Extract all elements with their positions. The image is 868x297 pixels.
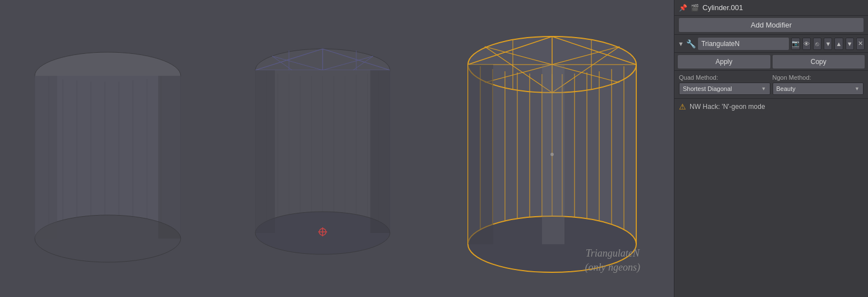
ngon-method-value: Beauty	[777, 85, 796, 92]
cylinder-plain	[26, 31, 189, 267]
add-modifier-row: Add Modifier	[674, 16, 868, 35]
modifier-name-input[interactable]	[698, 38, 789, 50]
quad-method-dropdown[interactable]: Shortest Diagonal ▼	[679, 83, 770, 95]
warning-row: ⚠ NW Hack: 'N'-geon mode	[674, 99, 868, 115]
svg-rect-15	[158, 76, 181, 239]
annotation-text: TriangulateN(only ngeons)	[585, 246, 640, 275]
svg-rect-75	[468, 65, 493, 244]
ngon-method-label: Ngon Method:	[773, 74, 864, 81]
quad-method-label: Quad Method:	[679, 74, 770, 81]
svg-rect-42	[255, 70, 275, 233]
cylinder-triangulated	[241, 31, 404, 267]
move-up-button[interactable]: ▲	[834, 38, 843, 50]
quad-method-value: Shortest Diagonal	[683, 85, 732, 92]
modifier-expand-arrow[interactable]: ▼	[678, 40, 684, 47]
properties-panel: 📌 🎬 Cylinder.001 Add Modifier ▼ 🔧 📷 👁 ⎋ …	[674, 0, 868, 297]
method-row: Quad Method: Ngon Method: Shortest Diago…	[674, 71, 868, 99]
modifier-row: ▼ 🔧 📷 👁 ⎋ ▼ ▲ ▼ ✕	[674, 35, 868, 53]
apply-button[interactable]: Apply	[678, 55, 770, 68]
ngon-method-dropdown[interactable]: Beauty ▼	[773, 83, 864, 95]
copy-button[interactable]: Copy	[773, 55, 865, 68]
warning-text: NW Hack: 'N'-geon mode	[690, 103, 765, 111]
render-icon[interactable]: 🎬	[691, 4, 699, 12]
viewport[interactable]: TriangulateN(only ngeons)	[0, 0, 674, 297]
svg-rect-14	[35, 76, 57, 239]
wrench-icon: 🔧	[686, 39, 696, 48]
pin-icon[interactable]: 📌	[679, 4, 687, 12]
panel-header: 📌 🎬 Cylinder.001	[674, 0, 868, 16]
panel-title: Cylinder.001	[702, 3, 864, 12]
move-down-button[interactable]: ▼	[846, 38, 854, 50]
add-modifier-button[interactable]: Add Modifier	[679, 18, 864, 32]
cylinder-wireframe	[457, 20, 647, 278]
svg-point-77	[550, 153, 554, 156]
quad-method-dropdown-arrow: ▼	[761, 86, 766, 92]
edit-mode-button[interactable]: ⎋	[813, 38, 821, 50]
expand-menu-button[interactable]: ▼	[824, 38, 832, 50]
viewport-visibility-button[interactable]: 👁	[802, 38, 811, 50]
ngon-method-dropdown-arrow: ▼	[855, 86, 860, 92]
svg-rect-43	[370, 70, 390, 233]
render-visibility-button[interactable]: 📷	[791, 38, 800, 50]
action-buttons-row: Apply Copy	[674, 53, 868, 71]
warning-icon: ⚠	[679, 102, 686, 111]
close-modifier-button[interactable]: ✕	[856, 38, 865, 50]
